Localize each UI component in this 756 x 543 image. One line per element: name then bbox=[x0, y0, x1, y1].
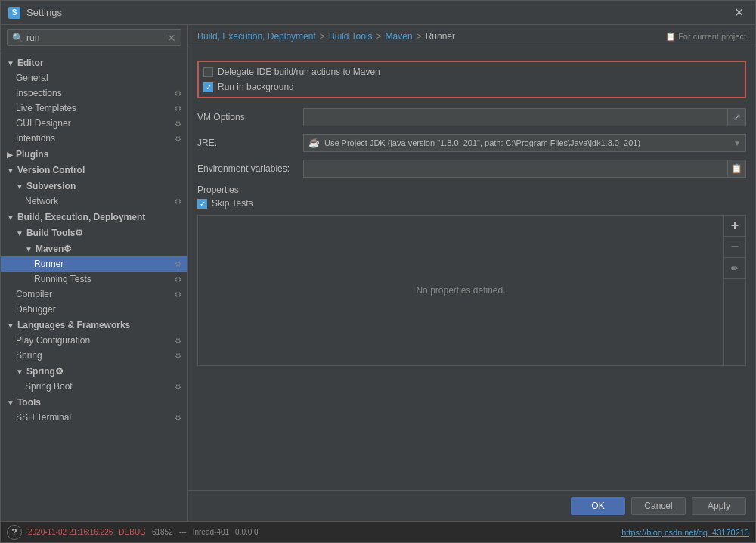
status-pid: 61852 bbox=[152, 528, 173, 536]
remove-property-button[interactable]: − bbox=[724, 237, 745, 258]
expand-arrow: ▼ bbox=[16, 368, 23, 376]
for-current-project: 📋 For current project bbox=[665, 32, 746, 42]
jre-label: JRE: bbox=[197, 138, 303, 148]
env-vars-input[interactable] bbox=[303, 160, 728, 178]
ok-button[interactable]: OK bbox=[571, 497, 625, 515]
sidebar-item-label: Tools bbox=[17, 397, 41, 408]
cancel-button[interactable]: Cancel bbox=[631, 497, 686, 515]
run-in-background-checkbox[interactable] bbox=[203, 82, 213, 92]
sidebar-item-label: Maven bbox=[36, 244, 64, 254]
edit-property-button[interactable]: ✏ bbox=[724, 258, 745, 279]
content-panel: Delegate IDE build/run actions to Maven … bbox=[188, 48, 755, 490]
sidebar-item-spring-boot[interactable]: Spring Boot ⚙ bbox=[1, 379, 187, 394]
expand-arrow: ▼ bbox=[16, 229, 23, 237]
sidebar-item-label: Build, Execution, Deployment bbox=[17, 212, 145, 222]
sidebar-item-editor[interactable]: ▼ Editor bbox=[1, 54, 187, 70]
sidebar-item-running-tests[interactable]: Running Tests ⚙ bbox=[1, 272, 187, 287]
sidebar-item-general[interactable]: General bbox=[1, 70, 187, 85]
search-input[interactable] bbox=[26, 33, 167, 43]
expand-arrow: ▼ bbox=[7, 166, 14, 175]
delegate-ide-row: Delegate IDE build/run actions to Maven bbox=[203, 67, 740, 77]
sidebar-item-label: Spring bbox=[16, 350, 42, 361]
vm-options-input[interactable] bbox=[303, 108, 728, 126]
breadcrumb-build-tools[interactable]: Build Tools bbox=[329, 31, 373, 42]
indicator-icon: ⚙ bbox=[175, 337, 181, 345]
breadcrumb-sep-1: > bbox=[320, 31, 325, 42]
sidebar-item-tools[interactable]: ▼ Tools bbox=[1, 394, 187, 410]
indicator-icon: ⚙ bbox=[64, 244, 72, 254]
sidebar-item-label: Inspections bbox=[16, 88, 62, 98]
help-button[interactable]: ? bbox=[7, 525, 22, 540]
skip-tests-label: Skip Tests bbox=[212, 198, 253, 209]
indicator-icon: ⚙ bbox=[175, 383, 181, 391]
skip-tests-row: Skip Tests bbox=[197, 198, 746, 209]
sidebar-item-live-templates[interactable]: Live Templates ⚙ bbox=[1, 101, 187, 116]
jdk-icon: ☕ bbox=[308, 138, 320, 148]
sidebar-item-build-tools[interactable]: ▼ Build Tools ⚙ bbox=[1, 225, 187, 240]
sidebar-item-label: Build Tools bbox=[26, 228, 75, 238]
sidebar-item-label: Live Templates bbox=[16, 103, 76, 113]
sidebar-item-spring[interactable]: ▼ Spring ⚙ bbox=[1, 363, 187, 379]
sidebar-item-label: Compiler bbox=[16, 289, 52, 299]
sidebar-item-play-configuration[interactable]: Play Configuration ⚙ bbox=[1, 333, 187, 348]
properties-toolbar: + − ✏ bbox=[723, 216, 745, 365]
close-button[interactable]: ✕ bbox=[730, 4, 748, 22]
status-url[interactable]: https://blog.csdn.net/qq_43170213 bbox=[621, 528, 749, 537]
sidebar-item-gui-designer[interactable]: GUI Designer ⚙ bbox=[1, 116, 187, 131]
vm-options-wrapper: ⤢ bbox=[303, 108, 746, 126]
expand-arrow: ▼ bbox=[7, 59, 14, 67]
sidebar-item-inspections[interactable]: Inspections ⚙ bbox=[1, 85, 187, 101]
indicator-icon: ⚙ bbox=[55, 366, 64, 377]
main-content: 🔍 ✕ ▼ Editor General Inspections ⚙ bbox=[1, 25, 755, 521]
search-clear-button[interactable]: ✕ bbox=[167, 32, 176, 44]
indicator-icon: ⚙ bbox=[175, 260, 181, 268]
sidebar-item-plugins[interactable]: ▶ Plugins bbox=[1, 146, 187, 162]
sidebar-item-ssh-terminal[interactable]: SSH Terminal ⚙ bbox=[1, 410, 187, 425]
no-properties-text: No properties defined. bbox=[198, 216, 723, 365]
sidebar-item-compiler[interactable]: Compiler ⚙ bbox=[1, 287, 187, 302]
add-property-button[interactable]: + bbox=[724, 216, 745, 237]
skip-tests-checkbox[interactable] bbox=[197, 199, 207, 209]
properties-table-body: No properties defined. + − ✏ bbox=[198, 216, 745, 365]
expand-arrow: ▼ bbox=[16, 182, 23, 191]
sidebar-item-build-execution[interactable]: ▼ Build, Execution, Deployment bbox=[1, 209, 187, 225]
run-in-background-row: Run in background bbox=[203, 82, 740, 92]
delegate-ide-checkbox[interactable] bbox=[203, 67, 213, 77]
sidebar-item-maven[interactable]: ▼ Maven ⚙ bbox=[1, 240, 187, 256]
delegate-ide-label: Delegate IDE build/run actions to Maven bbox=[218, 67, 380, 77]
sidebar-item-debugger[interactable]: Debugger bbox=[1, 302, 187, 317]
run-in-background-label: Run in background bbox=[218, 82, 294, 92]
sidebar-item-label: Debugger bbox=[16, 304, 56, 315]
sidebar-item-reactive-streams[interactable]: Spring ⚙ bbox=[1, 348, 187, 363]
apply-button[interactable]: Apply bbox=[692, 497, 746, 515]
jre-dropdown[interactable]: ☕ Use Project JDK (java version "1.8.0_2… bbox=[303, 134, 746, 152]
settings-form: Delegate IDE build/run actions to Maven … bbox=[188, 48, 755, 490]
expand-arrow: ▼ bbox=[7, 213, 14, 222]
sidebar-item-subversion[interactable]: ▼ Subversion bbox=[1, 178, 187, 194]
breadcrumb: Build, Execution, Deployment > Build Too… bbox=[188, 25, 755, 48]
action-buttons: OK Cancel Apply bbox=[188, 490, 755, 521]
env-vars-browse-button[interactable]: 📋 bbox=[728, 160, 746, 178]
sidebar-item-label: General bbox=[16, 73, 48, 83]
sidebar-item-label: Runner bbox=[34, 259, 64, 269]
sidebar-item-label: Running Tests bbox=[34, 274, 91, 284]
breadcrumb-maven[interactable]: Maven bbox=[386, 31, 413, 42]
indicator-icon: ⚙ bbox=[175, 197, 181, 206]
title-bar: S Settings ✕ bbox=[1, 1, 755, 25]
sidebar-item-languages-frameworks[interactable]: ▼ Languages & Frameworks bbox=[1, 317, 187, 333]
status-level: DEBUG bbox=[119, 528, 146, 536]
sidebar-item-label: Version Control bbox=[17, 165, 85, 175]
vm-options-expand-button[interactable]: ⤢ bbox=[728, 108, 746, 126]
vm-options-label: VM Options: bbox=[197, 112, 303, 123]
sidebar-item-network[interactable]: Network ⚙ bbox=[1, 194, 187, 209]
jre-row: JRE: ☕ Use Project JDK (java version "1.… bbox=[188, 130, 755, 156]
sidebar-item-label: Intentions bbox=[16, 133, 55, 144]
indicator-icon: ⚙ bbox=[175, 352, 181, 360]
sidebar-item-version-control[interactable]: ▼ Version Control bbox=[1, 162, 187, 178]
sidebar-item-intentions[interactable]: Intentions ⚙ bbox=[1, 131, 187, 146]
indicator-icon: ⚙ bbox=[175, 104, 181, 113]
breadcrumb-sep-2: > bbox=[376, 31, 382, 42]
breadcrumb-build-execution[interactable]: Build, Execution, Deployment bbox=[197, 31, 316, 42]
delegate-section: Delegate IDE build/run actions to Maven … bbox=[197, 61, 746, 98]
sidebar-item-runner[interactable]: Runner ⚙ bbox=[1, 256, 187, 272]
